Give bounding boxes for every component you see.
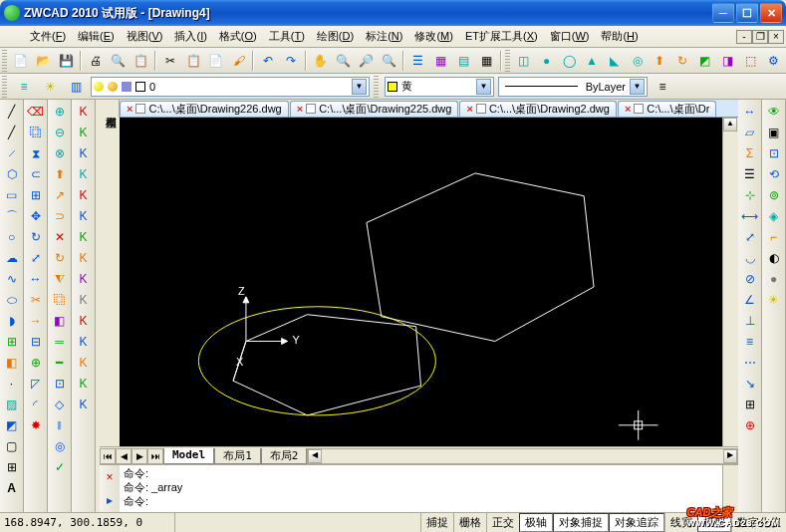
rectangle-button[interactable]: ▭ (2, 185, 22, 205)
open-button[interactable]: 📂 (33, 50, 55, 72)
grid-toggle[interactable]: 栅格 (453, 513, 486, 532)
mdi-close[interactable]: × (768, 30, 784, 44)
layer-prev-button[interactable]: ▥ (65, 76, 87, 98)
region-button[interactable]: ▢ (2, 436, 22, 456)
dropdown-icon[interactable]: ▼ (476, 79, 491, 95)
tab-model[interactable]: Model (163, 448, 214, 464)
mtext-button[interactable]: A (2, 478, 22, 498)
undo-button[interactable]: ↶ (257, 50, 279, 72)
dropdown-icon[interactable]: ▼ (630, 79, 645, 95)
dim-linear[interactable]: ⟷ (740, 206, 760, 226)
et-14[interactable]: K (74, 374, 94, 394)
scroll-right-icon[interactable]: ▶ (723, 449, 737, 463)
preview-button[interactable]: 🔍 (108, 50, 130, 72)
top-view[interactable]: ▣ (764, 123, 784, 142)
dim-continue[interactable]: ⋯ (740, 353, 760, 373)
dim-diameter[interactable]: ⊘ (740, 269, 760, 289)
et-6[interactable]: K (74, 206, 94, 226)
redo-button[interactable]: ↷ (280, 50, 302, 72)
pline-button[interactable]: ⟋ (2, 143, 22, 163)
close-tab-icon[interactable]: × (127, 103, 132, 115)
scroll-up-icon[interactable]: ▲ (723, 118, 737, 132)
menu-format[interactable]: 格式(O) (213, 27, 263, 46)
file-tab-1[interactable]: ×C:\...\桌面\Drawing225.dwg (290, 101, 459, 117)
dim-aligned[interactable]: ⤢ (740, 227, 760, 247)
drawing-canvas[interactable]: Y Z X (120, 118, 722, 446)
box-button[interactable]: ◫ (513, 50, 535, 72)
tablet-toggle[interactable]: 数字化仪 (731, 513, 786, 532)
intersect-button[interactable]: ⊗ (50, 143, 70, 163)
arc-button[interactable]: ⌒ (2, 206, 22, 226)
tab-next[interactable]: ▶ (131, 448, 147, 464)
table-button[interactable]: ⊞ (2, 457, 22, 477)
dim-radius[interactable]: ◡ (740, 248, 760, 268)
command-scrollbar[interactable] (722, 465, 738, 512)
extrude-face-button[interactable]: ⬆ (50, 164, 70, 184)
model-layout-vtab[interactable]: 模型布局 (100, 100, 120, 118)
color-edge-button[interactable]: ━ (50, 353, 70, 373)
insert-button[interactable]: ⊞ (2, 332, 22, 352)
file-tab-2[interactable]: ×C:\...\桌面\Drawing2.dwg (459, 101, 616, 117)
ucs-button[interactable]: ⌐ (764, 227, 784, 247)
extrude-button[interactable]: ⬆ (649, 50, 670, 72)
3dorbit[interactable]: ⊚ (764, 185, 784, 205)
lineweight-button[interactable]: ≡ (652, 76, 673, 98)
id-button[interactable]: ⊹ (740, 185, 760, 205)
cone-button[interactable]: ▲ (581, 50, 603, 72)
menu-modify[interactable]: 修改(M) (408, 27, 459, 46)
erase-button[interactable]: ⌫ (26, 102, 46, 122)
et-3[interactable]: K (74, 143, 94, 163)
gradient-button[interactable]: ◩ (2, 415, 22, 435)
file-tab-3[interactable]: ×C:\...\桌面\Dr (618, 101, 716, 117)
minimize-button[interactable]: ─ (712, 3, 734, 23)
et-1[interactable]: K (74, 102, 94, 122)
hide-button[interactable]: ◐ (764, 248, 784, 268)
color-combo[interactable]: 黄 ▼ (385, 77, 494, 97)
tab-last[interactable]: ⏭ (147, 448, 163, 464)
calc-button[interactable]: ▦ (475, 50, 497, 72)
spline-button[interactable]: ∿ (2, 269, 22, 289)
cmd-close-icon[interactable]: × (106, 471, 113, 483)
dim-ordinate[interactable]: ⊥ (740, 311, 760, 331)
toolpalette-button[interactable]: ▤ (452, 50, 474, 72)
command-window[interactable]: 命令: 命令: _array 命令: (120, 465, 722, 512)
menu-dim[interactable]: 标注(N) (360, 27, 408, 46)
rotate-button[interactable]: ↻ (26, 227, 46, 247)
scrollbar-horizontal[interactable]: ◀ ▶ (307, 448, 738, 464)
block-button[interactable]: ◧ (2, 353, 22, 373)
publish-button[interactable]: 📋 (131, 50, 152, 72)
section-button[interactable]: ◨ (717, 50, 739, 72)
et-4[interactable]: K (74, 164, 94, 184)
et-13[interactable]: K (74, 353, 94, 373)
maximize-button[interactable]: ☐ (736, 3, 758, 23)
offset-face-button[interactable]: ⊃ (50, 206, 70, 226)
et-10[interactable]: K (74, 290, 94, 310)
menu-help[interactable]: 帮助(H) (595, 27, 644, 46)
properties-button[interactable]: ☰ (407, 50, 429, 72)
polygon-button[interactable]: ⬡ (2, 164, 22, 184)
linetype-combo[interactable]: ByLayer ▼ (498, 77, 648, 97)
extend-button[interactable]: → (26, 311, 46, 331)
check-button[interactable]: ✓ (50, 457, 70, 477)
et-2[interactable]: K (74, 123, 94, 142)
cut-button[interactable]: ✂ (159, 50, 181, 72)
cmd-expand-icon[interactable]: ▸ (107, 494, 113, 506)
print-button[interactable]: 🖨 (85, 50, 107, 72)
trim-button[interactable]: ✂ (26, 290, 46, 310)
model-toggle[interactable]: 模型 (697, 513, 731, 532)
file-tab-0[interactable]: ×C:\...\桌面\Drawing226.dwg (120, 101, 289, 117)
matchprop-button[interactable]: 🖌 (228, 50, 250, 72)
prop-grip[interactable] (2, 76, 7, 98)
scroll-left-icon[interactable]: ◀ (308, 449, 322, 463)
pan-button[interactable]: ✋ (310, 50, 332, 72)
imprint-button[interactable]: ⊡ (50, 374, 70, 394)
copy-edge-button[interactable]: ═ (50, 332, 70, 352)
array-button[interactable]: ⊞ (26, 185, 46, 205)
slice-button[interactable]: ◩ (694, 50, 716, 72)
scale-button[interactable]: ⤢ (26, 248, 46, 268)
dblarc[interactable]: ⟲ (764, 164, 784, 184)
taper-face-button[interactable]: ⧨ (50, 269, 70, 289)
circle-button[interactable]: ○ (2, 227, 22, 247)
mdi-minimize[interactable]: - (736, 30, 752, 44)
menu-file[interactable]: 文件(F) (24, 27, 72, 46)
